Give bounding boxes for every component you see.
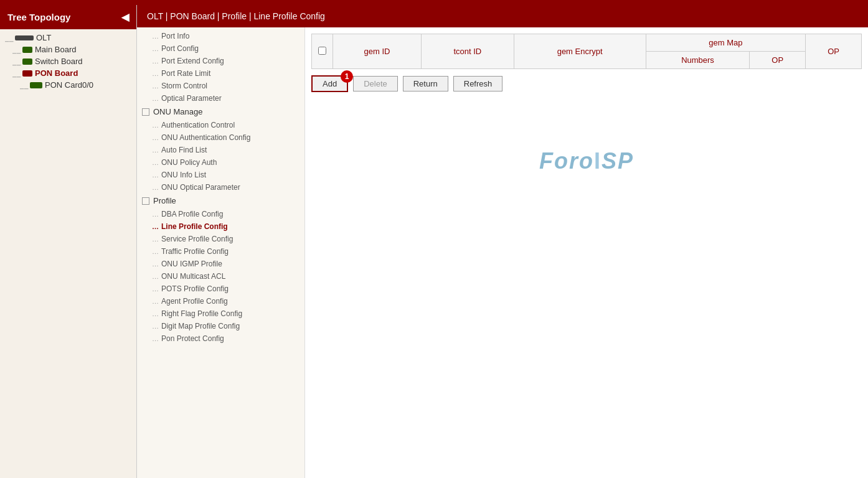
nav-item-onu-auth-config[interactable]: … ONU Authentication Config [137, 131, 304, 144]
gem-table: gem ID tcont ID gem Encrypt gem Map OP N… [311, 34, 862, 69]
nav-prefix-right-flag: … [152, 310, 159, 317]
nav-item-storm-control[interactable]: … Storm Control [137, 80, 304, 92]
nav-item-pots-profile-config[interactable]: … POTS Profile Config [137, 283, 304, 295]
table-header-gem-map: gem Map [646, 34, 805, 52]
nav-panel: … Port Info … Port Config … Port Extend … [137, 27, 305, 478]
table-header-gem-map-numbers: Numbers [646, 52, 750, 69]
nav-section-profile[interactable]: Profile [137, 194, 304, 208]
tree-node-main-board[interactable]: ⎯⎯ Main Board [0, 44, 136, 55]
nav-prefix-service: … [152, 235, 159, 243]
nav-prefix-port-info: … [152, 32, 159, 40]
right-panel: OLT | PON Board | Profile | Line Profile… [137, 5, 868, 478]
nav-item-port-info[interactable]: … Port Info [137, 30, 304, 42]
tree-node-pon-card[interactable]: ⎯⎯ PON Card0/0 [0, 79, 136, 91]
table-header-gem-map-op: OP [750, 52, 806, 69]
sidebar-tree: ⎯⎯ OLT ⎯⎯ Main Board ⎯⎯ Switch Board ⎯⎯ … [0, 29, 136, 478]
top-bar [0, 0, 868, 5]
nav-prefix-multicast: … [152, 273, 159, 280]
nav-prefix-optical: … [152, 95, 159, 102]
return-button[interactable]: Return [403, 76, 448, 91]
table-header-op: OP [806, 34, 862, 69]
main-board-icon [22, 47, 32, 53]
table-header-gem-encrypt: gem Encrypt [514, 34, 646, 69]
nav-item-port-extend-config[interactable]: … Port Extend Config [137, 55, 304, 67]
nav-prefix-onu-auth: … [152, 134, 159, 141]
breadcrumb-text: OLT | PON Board | Profile | Line Profile… [147, 11, 325, 21]
onu-manage-checkbox[interactable] [142, 108, 149, 116]
nav-item-authentication-control[interactable]: … Authentication Control [137, 119, 304, 131]
nav-item-auto-find-list[interactable]: … Auto Find List [137, 144, 304, 156]
nav-item-onu-info-list[interactable]: … ONU Info List [137, 169, 304, 181]
add-badge: 1 [341, 70, 353, 83]
nav-item-onu-policy-auth[interactable]: … ONU Policy Auth [137, 156, 304, 169]
nav-item-optical-parameter[interactable]: … Optical Parameter [137, 92, 304, 105]
table-header-gem-id: gem ID [333, 34, 422, 69]
nav-prefix-digit-map: … [152, 322, 159, 330]
nav-prefix-onu-info: … [152, 171, 159, 179]
tree-node-olt[interactable]: ⎯⎯ OLT [0, 32, 136, 44]
watermark-foro: Foro [539, 148, 594, 174]
nav-prefix-agent: … [152, 298, 159, 305]
nav-item-right-flag-profile[interactable]: … Right Flag Profile Config [137, 307, 304, 320]
tree-label-main-board: Main Board [35, 45, 76, 54]
pon-card-icon [30, 82, 42, 88]
watermark-text: ForoISP [539, 148, 634, 174]
pon-board-icon [22, 70, 32, 77]
watermark-sp: SP [601, 148, 634, 174]
sidebar-collapse-icon[interactable]: ◀ [121, 11, 129, 23]
nav-prefix-line: … [152, 223, 159, 230]
main-content: gem ID tcont ID gem Encrypt gem Map OP N… [305, 27, 868, 478]
nav-item-port-config[interactable]: … Port Config [137, 42, 304, 55]
nav-item-line-profile-config[interactable]: … Line Profile Config [137, 220, 304, 233]
breadcrumb: OLT | PON Board | Profile | Line Profile… [137, 5, 868, 27]
nav-item-onu-igmp-profile[interactable]: … ONU IGMP Profile [137, 258, 304, 270]
nav-item-traffic-profile-config[interactable]: … Traffic Profile Config [137, 245, 304, 258]
sidebar: Tree Topology ◀ ⎯⎯ OLT ⎯⎯ Main Board ⎯⎯ … [0, 5, 137, 478]
tree-label-switch-board: Switch Board [35, 57, 83, 66]
watermark-i: I [594, 148, 601, 174]
nav-item-onu-multicast-acl[interactable]: … ONU Multicast ACL [137, 270, 304, 283]
nav-prefix-auto-find: … [152, 146, 159, 154]
tree-label-pon-board: PON Board [35, 68, 78, 78]
delete-button[interactable]: Delete [353, 76, 398, 91]
nav-prefix-igmp: … [152, 260, 159, 268]
nav-item-onu-optical-param[interactable]: … ONU Optical Parameter [137, 181, 304, 194]
sidebar-title: Tree Topology [7, 12, 70, 22]
tree-node-switch-board[interactable]: ⎯⎯ Switch Board [0, 55, 136, 67]
watermark: ForoISP [311, 98, 862, 224]
sidebar-header[interactable]: Tree Topology ◀ [0, 5, 136, 29]
nav-item-dba-profile-config[interactable]: … DBA Profile Config [137, 208, 304, 220]
nav-prefix-dba: … [152, 210, 159, 218]
nav-prefix-port-rate: … [152, 70, 159, 77]
nav-item-pon-protect-config[interactable]: … Pon Protect Config [137, 332, 304, 345]
switch-board-icon [22, 59, 32, 65]
nav-prefix-traffic: … [152, 248, 159, 255]
nav-prefix-storm: … [152, 82, 159, 90]
refresh-button[interactable]: Refresh [453, 76, 503, 91]
add-button[interactable]: Add 1 [311, 75, 348, 92]
nav-prefix-pon-protect: … [152, 335, 159, 342]
nav-section-onu-manage[interactable]: ONU Manage [137, 105, 304, 119]
tree-label-olt: OLT [36, 33, 51, 42]
olt-icon [15, 35, 34, 40]
nav-item-agent-profile-config[interactable]: … Agent Profile Config [137, 295, 304, 307]
profile-checkbox[interactable] [142, 197, 149, 205]
nav-prefix-onu-policy: … [152, 159, 159, 166]
nav-prefix-auth: … [152, 121, 159, 129]
nav-prefix-pots: … [152, 285, 159, 293]
select-all-checkbox[interactable] [318, 47, 326, 55]
table-header-tcont-id: tcont ID [422, 34, 514, 69]
table-header-checkbox [312, 34, 333, 69]
tree-label-pon-card: PON Card0/0 [45, 80, 93, 90]
nav-item-digit-map-profile[interactable]: … Digit Map Profile Config [137, 320, 304, 332]
nav-prefix-port-config: … [152, 45, 159, 52]
nav-item-service-profile-config[interactable]: … Service Profile Config [137, 233, 304, 245]
nav-prefix-onu-optical: … [152, 184, 159, 191]
action-buttons: Add 1 Delete Return Refresh [311, 69, 862, 98]
nav-prefix-port-extend: … [152, 57, 159, 65]
tree-node-pon-board[interactable]: ⎯⎯ PON Board [0, 67, 136, 79]
nav-item-port-rate-limit[interactable]: … Port Rate Limit [137, 67, 304, 80]
